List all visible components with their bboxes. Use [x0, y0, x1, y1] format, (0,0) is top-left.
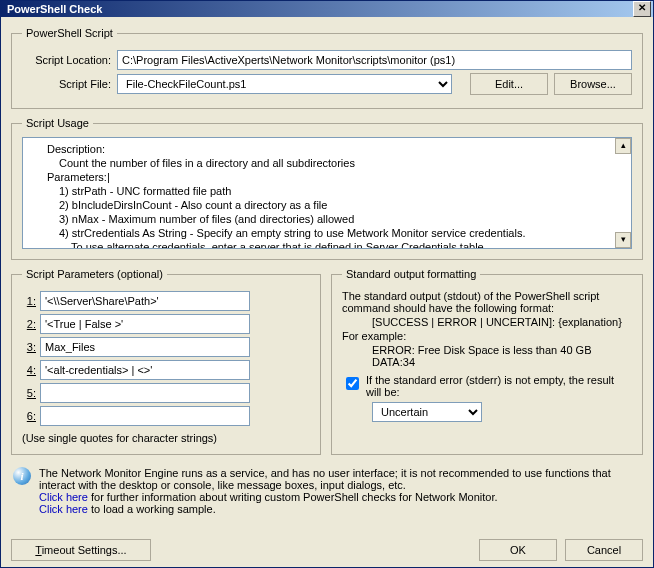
cancel-button[interactable]: Cancel — [565, 539, 643, 561]
param-input-2[interactable] — [40, 314, 250, 334]
powershell-script-group: PowerShell Script Script Location: Scrip… — [11, 27, 643, 109]
param-input-3[interactable] — [40, 337, 250, 357]
stdout-example: ERROR: Free Disk Space is less than 40 G… — [342, 344, 632, 368]
info-text: The Network Monitor Engine runs as a ser… — [39, 467, 641, 491]
scroll-down-icon[interactable]: ▾ — [615, 232, 631, 248]
param-label-6: 6: — [22, 410, 40, 422]
param-input-1[interactable] — [40, 291, 250, 311]
timeout-settings-button[interactable]: Timeout Settings... — [11, 539, 151, 561]
script-parameters-group: Script Parameters (optional) 1: 2: 3: 4:… — [11, 268, 321, 455]
param-label-5: 5: — [22, 387, 40, 399]
stderr-checkbox[interactable] — [346, 377, 359, 390]
script-location-label: Script Location: — [22, 54, 117, 66]
script-location-field — [117, 50, 632, 70]
param-input-4[interactable] — [40, 360, 250, 380]
stderr-label: If the standard error (stderr) is not em… — [366, 374, 632, 398]
param-label-2: 2: — [22, 318, 40, 330]
link-further-info[interactable]: Click here — [39, 491, 88, 503]
stdout-format: [SUCCESS | ERROR | UNCERTAIN]: {explanat… — [342, 316, 632, 328]
info-icon: i — [13, 467, 31, 485]
script-file-label: Script File: — [22, 78, 117, 90]
scroll-up-icon[interactable]: ▴ — [615, 138, 631, 154]
info-section: i The Network Monitor Engine runs as a s… — [13, 467, 641, 515]
dialog-window: PowerShell Check ✕ PowerShell Script Scr… — [0, 0, 654, 568]
group-legend: Script Usage — [22, 117, 93, 129]
stdout-example-label: For example: — [342, 330, 632, 342]
param-label-3: 3: — [22, 341, 40, 353]
param-input-5[interactable] — [40, 383, 250, 403]
titlebar: PowerShell Check ✕ — [1, 1, 653, 17]
stderr-result-select[interactable]: Uncertain — [372, 402, 482, 422]
script-file-select[interactable]: File-CheckFileCount.ps1 — [117, 74, 452, 94]
stdout-desc: The standard output (stdout) of the Powe… — [342, 290, 632, 314]
close-icon[interactable]: ✕ — [633, 1, 651, 17]
footer: Timeout Settings... OK Cancel — [1, 533, 653, 568]
stdout-formatting-group: Standard output formatting The standard … — [331, 268, 643, 455]
script-usage-group: Script Usage Description: Count the numb… — [11, 117, 643, 260]
browse-button[interactable]: Browse... — [554, 73, 632, 95]
param-input-6[interactable] — [40, 406, 250, 426]
param-label-1: 1: — [22, 295, 40, 307]
group-legend: Standard output formatting — [342, 268, 480, 280]
link-load-sample[interactable]: Click here — [39, 503, 88, 515]
group-legend: Script Parameters (optional) — [22, 268, 167, 280]
group-legend: PowerShell Script — [22, 27, 117, 39]
usage-text: Description: Count the number of files i… — [22, 137, 632, 249]
window-title: PowerShell Check — [7, 3, 633, 15]
params-hint: (Use single quotes for character strings… — [22, 432, 310, 444]
edit-button[interactable]: Edit... — [470, 73, 548, 95]
param-label-4: 4: — [22, 364, 40, 376]
ok-button[interactable]: OK — [479, 539, 557, 561]
